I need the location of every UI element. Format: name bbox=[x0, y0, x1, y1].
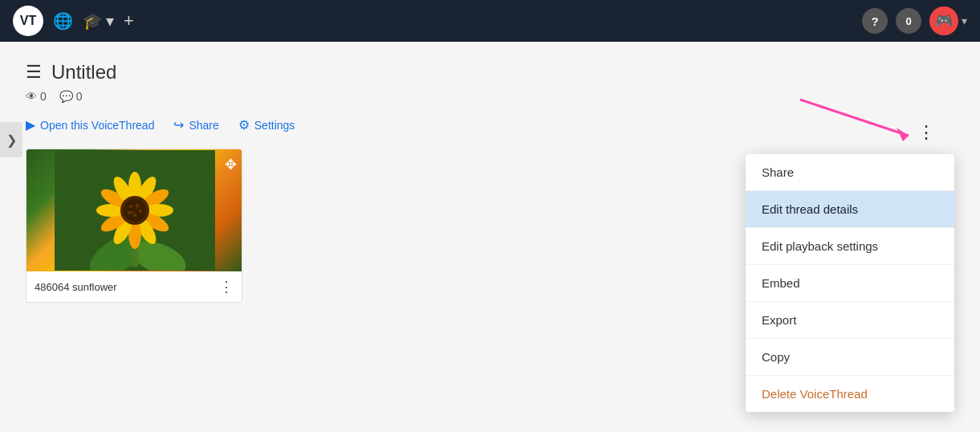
comment-icon: 💬 bbox=[59, 90, 73, 103]
menu-item-copy[interactable]: Copy bbox=[746, 339, 954, 376]
thumbnail-more-menu-icon[interactable]: ⋮ bbox=[219, 278, 234, 295]
svg-point-18 bbox=[129, 205, 132, 208]
eye-icon: 👁 bbox=[26, 90, 37, 103]
share-icon: ↪ bbox=[173, 117, 184, 132]
avatar: 🎮 bbox=[929, 6, 958, 35]
logo-text: VT bbox=[20, 14, 36, 28]
notifications-count: 0 bbox=[905, 15, 911, 27]
share-action-label: Share bbox=[189, 119, 218, 132]
menu-item-embed[interactable]: Embed bbox=[746, 265, 954, 302]
add-button[interactable]: + bbox=[124, 10, 134, 31]
views-count: 0 bbox=[40, 90, 47, 103]
comments-count: 0 bbox=[76, 90, 83, 103]
thumbnail-card: ✥ 486064 sunflower ⋮ bbox=[26, 149, 242, 303]
settings-gear-icon: ⚙ bbox=[238, 117, 250, 132]
graduation-cap-menu[interactable]: 🎓 ▾ bbox=[83, 11, 114, 31]
user-avatar-menu[interactable]: 🎮 ▾ bbox=[929, 6, 967, 35]
avatar-emoji: 🎮 bbox=[935, 12, 953, 30]
navbar: VT 🌐 🎓 ▾ + ? 0 🎮 ▾ bbox=[0, 0, 980, 42]
dropdown-menu: Share Edit thread details Edit playback … bbox=[746, 154, 954, 412]
menu-item-edit-thread-details[interactable]: Edit thread details bbox=[746, 191, 954, 228]
play-icon: ▶ bbox=[26, 117, 35, 132]
svg-point-23 bbox=[131, 210, 134, 214]
main-content: ☰ Untitled 👁 0 💬 0 ▶ Open this VoiceThre… bbox=[0, 42, 980, 322]
settings-button[interactable]: ⚙ Settings bbox=[238, 117, 295, 132]
help-button[interactable]: ? bbox=[862, 8, 888, 34]
menu-item-share[interactable]: Share bbox=[746, 154, 954, 191]
page-title: Untitled bbox=[51, 61, 116, 84]
notifications-button[interactable]: 0 bbox=[896, 8, 921, 34]
menu-item-delete-voicethread[interactable]: Delete VoiceThread bbox=[746, 376, 954, 412]
nav-right-section: ? 0 🎮 ▾ bbox=[862, 6, 967, 35]
menu-item-export[interactable]: Export bbox=[746, 302, 954, 339]
meta-row: 👁 0 💬 0 bbox=[26, 90, 954, 103]
views-count-item: 👁 0 bbox=[26, 90, 47, 103]
action-bar: ▶ Open this VoiceThread ↪ Share ⚙ Settin… bbox=[26, 117, 954, 132]
share-action-button[interactable]: ↪ Share bbox=[173, 117, 218, 132]
svg-point-22 bbox=[133, 214, 136, 217]
move-icon[interactable]: ✥ bbox=[225, 156, 237, 173]
context-menu-button[interactable]: ⋮ bbox=[914, 119, 938, 146]
nav-cap-chevron: ▾ bbox=[106, 11, 114, 31]
avatar-chevron-icon: ▾ bbox=[962, 14, 967, 27]
globe-icon[interactable]: 🌐 bbox=[53, 11, 73, 31]
help-label: ? bbox=[871, 14, 878, 28]
settings-label: Settings bbox=[254, 119, 295, 132]
svg-point-19 bbox=[136, 204, 139, 207]
menu-item-edit-playback-settings[interactable]: Edit playback settings bbox=[746, 228, 954, 265]
comments-count-item: 💬 0 bbox=[59, 90, 83, 103]
thumbnail-filename: 486064 sunflower bbox=[35, 281, 117, 293]
logo-button[interactable]: VT bbox=[13, 6, 43, 36]
thread-list-icon: ☰ bbox=[26, 62, 42, 83]
svg-point-20 bbox=[139, 210, 142, 213]
page-title-row: ☰ Untitled bbox=[26, 61, 954, 84]
thumbnail-footer: 486064 sunflower ⋮ bbox=[26, 271, 242, 302]
open-voicethread-button[interactable]: ▶ Open this VoiceThread bbox=[26, 117, 154, 132]
svg-point-21 bbox=[128, 211, 131, 214]
open-voicethread-label: Open this VoiceThread bbox=[40, 119, 154, 132]
graduation-cap-icon: 🎓 bbox=[83, 11, 103, 31]
svg-point-17 bbox=[124, 199, 146, 222]
thumbnail-image: ✥ bbox=[26, 149, 242, 271]
sunflower-image bbox=[55, 150, 215, 271]
